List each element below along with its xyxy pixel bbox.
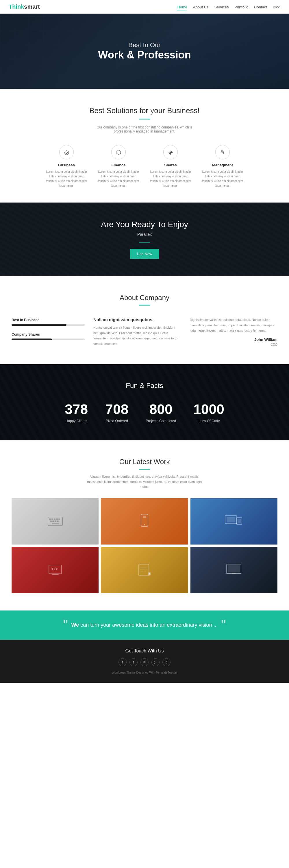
nav-contact[interactable]: Contact bbox=[254, 5, 267, 9]
fact-projects-label: Projects Completed bbox=[146, 419, 176, 423]
portfolio-item-1[interactable] bbox=[11, 498, 99, 545]
feature-shares: ◈ Shares Lorem ipsum dolor sit alink adi… bbox=[147, 145, 194, 188]
fact-pizza-label: Pizza Ordered bbox=[105, 419, 128, 423]
footer: Get Touch With Us f t in g+ p Wordpress … bbox=[0, 640, 289, 683]
svg-rect-21 bbox=[139, 564, 149, 576]
footer-copyright: Wordpress Theme Designed With TemplateTu… bbox=[6, 671, 283, 674]
solutions-desc: Our company is one of the first consulti… bbox=[94, 125, 195, 133]
bar-shares-fill bbox=[11, 339, 52, 340]
solutions-section: Best Solutions for your Business! Our co… bbox=[0, 89, 289, 203]
bar-shares: Company Shares bbox=[11, 332, 85, 340]
portfolio-grid: </> bbox=[11, 498, 278, 593]
parallax-cta-button[interactable]: Use Now bbox=[130, 249, 159, 259]
svg-rect-20 bbox=[52, 574, 59, 575]
fact-clients-label: Happy Clients bbox=[65, 419, 88, 423]
about-author: John William CEO bbox=[190, 337, 278, 347]
feature-shares-title: Shares bbox=[147, 163, 194, 167]
feature-finance: ⬡ Finance Lorem ipsum dolor sit alink ad… bbox=[95, 145, 142, 188]
nav-links: Home About Us Services Portfolio Contact… bbox=[177, 4, 280, 9]
about-right-text: Dignissim convallis est quisque onfaucib… bbox=[190, 317, 278, 347]
solutions-underline bbox=[139, 119, 150, 120]
portfolio-item-6[interactable] bbox=[190, 547, 278, 593]
latest-work-underline bbox=[139, 469, 150, 470]
author-title: CEO bbox=[270, 343, 278, 346]
quote-section: " We can turn your awesome ideas into an… bbox=[0, 611, 289, 640]
svg-rect-29 bbox=[228, 565, 240, 572]
nav-about[interactable]: About Us bbox=[193, 5, 208, 9]
fact-code: 1000 Lines Of Code bbox=[193, 401, 224, 423]
bar-shares-label: Company Shares bbox=[11, 333, 40, 337]
bar-business-bg bbox=[11, 324, 85, 326]
latest-work-desc: Aliquam libero nisi, imperdiet, tincidun… bbox=[87, 474, 202, 490]
svg-rect-3 bbox=[54, 519, 56, 520]
social-googleplus[interactable]: g+ bbox=[151, 658, 159, 666]
svg-rect-4 bbox=[56, 519, 58, 520]
bar-shares-bg bbox=[11, 339, 85, 340]
feature-management-desc: Lorem ipsum dolor sit alink adip tulla c… bbox=[200, 169, 246, 188]
about-center-title: Nullam dignissim quisqubus. bbox=[93, 317, 181, 322]
svg-rect-15 bbox=[226, 517, 235, 522]
about-center-desc: Nunce sulpat tem sit liquam libero nisi,… bbox=[93, 325, 181, 347]
nav-portfolio[interactable]: Portfolio bbox=[234, 5, 248, 9]
social-linkedin[interactable]: in bbox=[140, 658, 149, 666]
bar-business-label: Best In Business bbox=[11, 318, 40, 322]
logo-think: Think bbox=[9, 3, 24, 10]
feature-management-title: Managment bbox=[200, 163, 246, 167]
writing-icon bbox=[136, 563, 153, 577]
hero-line1: Best In Our bbox=[128, 41, 160, 49]
solutions-heading: Best Solutions for your Business! bbox=[11, 106, 278, 115]
keyboard-icon bbox=[46, 514, 64, 529]
latest-work-heading: Our Latest Work bbox=[11, 458, 278, 466]
portfolio-item-3[interactable] bbox=[190, 498, 278, 545]
parallax-section: Are You Ready To Enjoy Parallex Use Now bbox=[0, 203, 289, 276]
fact-pizza: 708 Pizza Ordered bbox=[105, 401, 128, 423]
navbar: Thinksmart Home About Us Services Portfo… bbox=[0, 0, 289, 13]
feature-shares-desc: Lorem ipsum dolor sit alink adip tulla c… bbox=[147, 169, 194, 188]
nav-services[interactable]: Services bbox=[214, 5, 229, 9]
social-facebook[interactable]: f bbox=[118, 658, 127, 666]
management-icon: ✎ bbox=[215, 145, 230, 159]
fun-facts-section: Fun & Facts 378 Happy Clients 708 Pizza … bbox=[0, 364, 289, 440]
portfolio-item-2[interactable] bbox=[101, 498, 188, 545]
about-heading: About Company bbox=[11, 294, 278, 302]
author-name: John William bbox=[190, 337, 278, 342]
svg-rect-6 bbox=[50, 521, 52, 522]
portfolio-item-4[interactable]: </> bbox=[11, 547, 99, 593]
about-center-text: Nullam dignissim quisqubus. Nunce sulpat… bbox=[93, 317, 181, 347]
hero-section: Best In Our Work & Profession bbox=[0, 13, 289, 89]
svg-rect-5 bbox=[59, 519, 60, 520]
fun-facts-heading: Fun & Facts bbox=[6, 382, 283, 390]
svg-rect-8 bbox=[55, 521, 57, 522]
about-bars: Best In Business Company Shares bbox=[11, 317, 85, 347]
latest-work-section: Our Latest Work Aliquam libero nisi, imp… bbox=[0, 440, 289, 611]
social-pinterest[interactable]: p bbox=[162, 658, 171, 666]
svg-point-13 bbox=[144, 524, 145, 525]
svg-rect-7 bbox=[52, 521, 54, 522]
fact-projects: 800 Projects Completed bbox=[146, 401, 176, 423]
logo: Thinksmart bbox=[9, 3, 40, 10]
finance-icon: ⬡ bbox=[111, 145, 126, 159]
fact-projects-number: 800 bbox=[146, 401, 176, 417]
business-icon: ◎ bbox=[59, 145, 74, 159]
svg-rect-12 bbox=[143, 516, 146, 518]
logo-smart: smart bbox=[24, 3, 40, 10]
svg-rect-17 bbox=[238, 519, 241, 523]
about-section: About Company Best In Business Company S… bbox=[0, 276, 289, 364]
svg-rect-1 bbox=[49, 519, 51, 520]
nav-home[interactable]: Home bbox=[177, 5, 187, 10]
feature-finance-desc: Lorem ipsum dolor sit alink adip tulla c… bbox=[95, 169, 142, 188]
svg-text:</>: </> bbox=[51, 566, 58, 571]
quote-close-mark: " bbox=[221, 617, 226, 633]
social-twitter[interactable]: t bbox=[130, 658, 138, 666]
devices-icon bbox=[224, 514, 244, 529]
portfolio-item-5[interactable] bbox=[101, 547, 188, 593]
quote-open-mark: " bbox=[63, 617, 68, 633]
about-grid: Best In Business Company Shares Nullam d… bbox=[11, 317, 278, 347]
laptop-icon bbox=[224, 563, 244, 577]
quote-text: " We can turn your awesome ideas into an… bbox=[63, 622, 226, 628]
feature-business-title: Business bbox=[43, 163, 89, 167]
nav-blog[interactable]: Blog bbox=[273, 5, 280, 9]
fact-clients-number: 378 bbox=[65, 401, 88, 417]
about-right-desc: Dignissim convallis est quisque onfaucib… bbox=[190, 317, 278, 333]
fact-clients: 378 Happy Clients bbox=[65, 401, 88, 423]
